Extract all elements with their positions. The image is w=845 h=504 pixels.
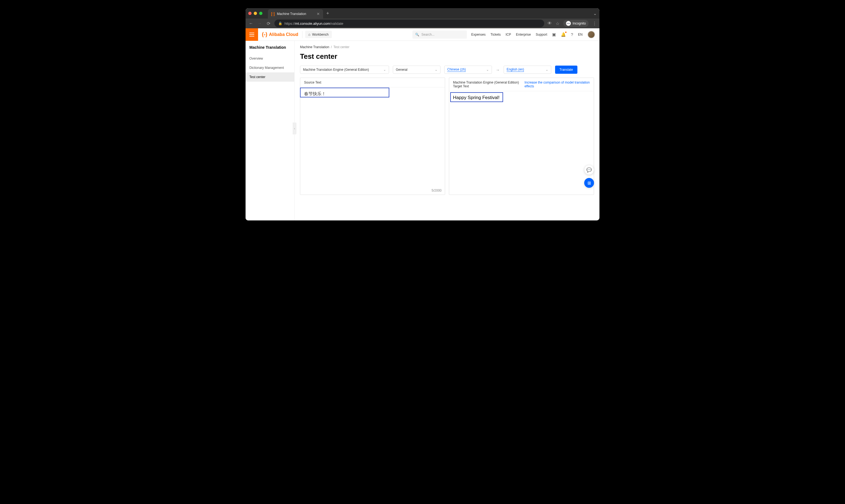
source-highlight-box [300, 88, 389, 97]
incognito-label: Incognito [573, 21, 586, 25]
main-content: Machine Translation / Test center Test c… [294, 41, 599, 220]
engine-select[interactable]: Machine Translation Engine (General Edit… [300, 66, 389, 74]
domain-select[interactable]: General ⌄ [393, 66, 441, 74]
page-title: Test center [300, 52, 594, 61]
target-highlight-box [450, 92, 503, 102]
search-input[interactable]: 🔍 Search... [412, 31, 467, 39]
link-icp[interactable]: ICP [505, 33, 511, 36]
incognito-icon: 👓 [566, 21, 571, 26]
source-panel-header: Source Text [300, 78, 445, 87]
sidebar-collapse-button[interactable]: ‹ [293, 123, 296, 134]
help-icon[interactable]: ? [571, 32, 573, 37]
tabbar-chevron-icon[interactable]: ⌄ [593, 11, 597, 16]
sidebar-item-test-center[interactable]: Test center [246, 72, 294, 82]
target-output: Happy Spring Festival! [449, 91, 594, 195]
sidebar-item-overview[interactable]: Overview [246, 54, 294, 63]
engine-value: Machine Translation Engine (General Edit… [303, 68, 369, 72]
domain-value: General [396, 68, 408, 72]
breadcrumb-current: Test center [334, 45, 349, 49]
logo-icon: (-) [262, 31, 267, 38]
window-close-button[interactable] [248, 12, 252, 15]
compare-link[interactable]: Increase the comparison of model transla… [525, 80, 590, 88]
source-header-label: Source Text [304, 80, 321, 84]
link-enterprise[interactable]: Enterprise [516, 33, 531, 36]
search-icon: 🔍 [415, 33, 419, 36]
browser-tab[interactable]: [·] Machine Translation ✕ [268, 9, 323, 18]
new-tab-button[interactable]: + [326, 11, 329, 16]
app-header: (-) Alibaba Cloud ⌂ Workbench 🔍 Search..… [246, 28, 599, 41]
target-header-label: Machine Translation Engine (General Edit… [453, 80, 525, 88]
lock-icon: 🔒 [278, 21, 282, 25]
chat-icon: 💬 [587, 167, 592, 173]
sidebar: Machine Translation Overview Dictionary … [246, 41, 294, 220]
breadcrumb-sep: / [331, 45, 331, 49]
terminal-icon[interactable]: ▣ [552, 32, 556, 37]
translation-panels: Source Text 春节快乐！ 5/2000 Machine Transla… [300, 77, 594, 195]
char-count: 5/2000 [431, 188, 442, 193]
sidebar-title: Machine Translation [246, 41, 294, 54]
chat-button[interactable]: 💬 [584, 165, 594, 175]
tab-favicon-icon: [·] [271, 12, 275, 16]
arrow-right-icon: → [496, 68, 500, 72]
incognito-badge[interactable]: 👓 Incognito [563, 20, 589, 27]
workbench-button[interactable]: ⌂ Workbench [305, 31, 332, 38]
tab-title: Machine Translation [277, 12, 306, 16]
nav-reload-icon[interactable]: ⟳ [266, 21, 271, 26]
nav-forward-icon: → [257, 21, 263, 26]
breadcrumb: Machine Translation / Test center [300, 45, 594, 49]
controls-row: Machine Translation Engine (General Edit… [300, 66, 594, 74]
apps-icon: ⊞ [588, 180, 591, 185]
chevron-down-icon: ⌄ [383, 68, 386, 72]
source-textarea[interactable]: 春节快乐！ 5/2000 [300, 87, 445, 195]
link-tickets[interactable]: Tickets [490, 33, 501, 36]
breadcrumb-root[interactable]: Machine Translation [300, 45, 329, 49]
url-text: https://mt.console.aliyun.com/validate [285, 21, 343, 25]
lang-switch[interactable]: EN [578, 33, 582, 36]
brand-name: Alibaba Cloud [269, 32, 298, 37]
window-maximize-button[interactable] [259, 12, 263, 15]
source-panel: Source Text 春节快乐！ 5/2000 [300, 77, 445, 195]
hamburger-menu-button[interactable] [246, 28, 258, 41]
bell-icon[interactable]: 🔔 [561, 32, 566, 37]
source-lang-select[interactable]: Chinese (zh) ⌄ [444, 66, 492, 74]
link-expenses[interactable]: Expenses [471, 33, 486, 36]
header-links: Expenses Tickets ICP Enterprise Support … [467, 31, 599, 38]
search-placeholder: Search... [421, 33, 434, 36]
address-bar: ← → ⟳ 🔒 https://mt.console.aliyun.com/va… [246, 18, 599, 28]
eye-off-icon[interactable]: 👁 [547, 21, 552, 26]
chevron-down-icon: ⌄ [545, 68, 548, 72]
browser-tab-bar: [·] Machine Translation ✕ + ⌄ [246, 8, 599, 18]
browser-menu-icon[interactable]: ⋮ [592, 21, 597, 26]
window-minimize-button[interactable] [254, 12, 257, 15]
home-icon: ⌂ [308, 32, 311, 36]
sidebar-item-dictionary[interactable]: Dictionary Management [246, 63, 294, 72]
target-panel-header: Machine Translation Engine (General Edit… [449, 78, 594, 91]
target-lang-value: English (en) [507, 68, 524, 72]
avatar[interactable] [588, 31, 595, 38]
link-support[interactable]: Support [536, 33, 547, 36]
source-lang-value: Chinese (zh) [447, 68, 466, 72]
target-lang-select[interactable]: English (en) ⌄ [504, 66, 551, 74]
chevron-down-icon: ⌄ [486, 68, 489, 72]
translate-button[interactable]: Translate [555, 66, 577, 74]
apps-button[interactable]: ⊞ [584, 178, 594, 188]
tab-close-icon[interactable]: ✕ [317, 12, 320, 16]
floating-buttons: 💬 ⊞ [584, 165, 594, 188]
target-panel: Machine Translation Engine (General Edit… [449, 77, 594, 195]
nav-back-icon[interactable]: ← [248, 21, 254, 26]
url-input[interactable]: 🔒 https://mt.console.aliyun.com/validate [274, 20, 544, 27]
brand-logo[interactable]: (-) Alibaba Cloud [258, 31, 303, 38]
window-controls [248, 12, 263, 15]
chevron-down-icon: ⌄ [435, 68, 437, 72]
star-icon[interactable]: ☆ [556, 21, 559, 26]
workbench-label: Workbench [312, 33, 328, 36]
